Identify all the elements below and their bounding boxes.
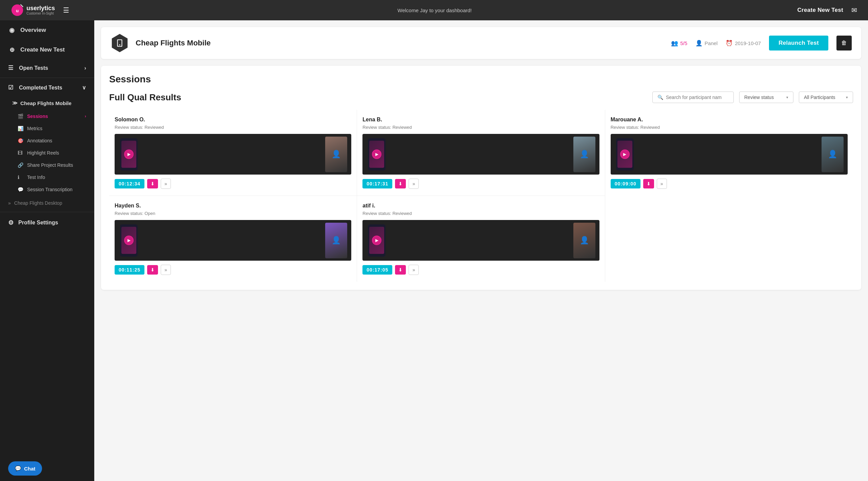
sidebar-item-open-tests[interactable]: ☰ Open Tests › [0,60,94,76]
project-title: Cheap Flights Mobile [136,39,211,47]
session-card: Lena B. Review status: Reviewed ▶ 👤 00:1… [357,110,605,196]
svg-point-5 [119,44,120,45]
all-participants-dropdown[interactable]: All Participants ▾ [799,92,853,103]
arrow-right-icon: › [85,114,86,119]
review-status: Review status: Reviewed [362,211,599,216]
session-card: Solomon O. Review status: Reviewed ▶ 👤 0… [109,110,357,196]
face-image: 👤 [573,137,595,172]
sidebar-sub-item-share[interactable]: 🔗 Share Project Results [7,159,94,171]
play-button[interactable]: ▶ [372,236,381,245]
relaunch-button[interactable]: Relaunch Test [769,36,828,51]
session-duration: 00:11:25 [115,265,144,275]
session-duration: 00:09:00 [611,179,640,188]
sidebar-item-overview[interactable]: ◉ Overview [0,20,94,40]
participants-meta: 👥 5/5 [671,40,687,47]
play-button[interactable]: ▶ [124,236,134,245]
session-duration: 00:12:34 [115,179,144,188]
share-icon: 🔗 [18,162,24,168]
session-thumbnail[interactable]: ▶ 👤 [362,134,599,175]
topbar-left: u userlytics Customer In-Sight ☰ [11,4,72,17]
expand-icon: ≫ [12,100,18,106]
metrics-icon: 📊 [18,126,24,131]
check-icon: ☑ [8,84,16,91]
next-button[interactable]: » [161,265,171,275]
test-info-label: Test Info [27,175,45,180]
session-thumbnail[interactable]: ▶ 👤 [115,220,351,261]
delete-button[interactable]: 🗑 [836,36,852,51]
phone-content: ▶ [369,141,384,168]
hamburger-button[interactable]: ☰ [60,5,72,16]
session-actions: 00:11:25 ⬇ » [115,265,351,275]
play-button[interactable]: ▶ [620,149,630,159]
topbar-create-button[interactable]: Create New Test [797,7,843,14]
phone-content: ▶ [369,227,384,254]
participant-face: 👤 [325,137,347,172]
collapse-icon: » [8,200,11,206]
sidebar-completed-label: Completed Tests [19,85,62,91]
chat-button[interactable]: 💬 Chat [8,461,42,476]
sidebar-cheap-flights-mobile[interactable]: ≫ Cheap Flights Mobile [7,96,94,110]
face-image: 👤 [325,223,347,258]
session-thumbnail[interactable]: ▶ 👤 [362,220,599,261]
sidebar-item-create[interactable]: ⊕ Create New Test [0,40,94,60]
download-button[interactable]: ⬇ [147,265,158,275]
topbar-mail-button[interactable]: ✉ [851,6,857,14]
sidebar-sub-item-sessions[interactable]: 🎬 Sessions › [7,110,94,122]
sidebar-sub-item-annotations[interactable]: 🎯 Annotations [7,135,94,147]
logo: u userlytics Customer In-Sight [11,4,55,17]
session-thumbnail[interactable]: ▶ 👤 [611,134,848,175]
camera-icon: 🎬 [18,114,24,119]
transcription-icon: 💬 [18,187,24,192]
sidebar-sub-item-highlight-reels[interactable]: 🎞 Highlight Reels [7,147,94,159]
sidebar-sub-item-metrics[interactable]: 📊 Metrics [7,122,94,135]
download-button[interactable]: ⬇ [643,179,654,188]
search-input[interactable] [666,95,729,100]
play-button[interactable]: ▶ [372,149,381,159]
sidebar-item-profile-settings[interactable]: ⚙ Profile Settings [0,214,94,232]
next-button[interactable]: » [409,265,419,275]
sidebar-sub-item-transcription[interactable]: 💬 Session Transcription [7,183,94,196]
sidebar-overview-label: Overview [20,27,46,34]
sidebar-open-tests-label: Open Tests [19,65,48,71]
gear-icon: ⚙ [8,219,14,226]
annotations-label: Annotations [27,138,52,143]
sidebar-sub-item-test-info[interactable]: ℹ Test Info [7,171,94,183]
sidebar-cheap-flights-desktop[interactable]: » Cheap Flights Desktop [0,196,94,211]
next-button[interactable]: » [409,179,419,189]
list-icon: ☰ [8,64,16,72]
project-icon [111,34,129,52]
play-button[interactable]: ▶ [124,149,134,159]
session-actions: 00:12:34 ⬇ » [115,179,351,189]
face-image: 👤 [822,137,844,172]
review-status: Review status: Reviewed [611,125,848,130]
project-date: 2019-10-07 [735,40,761,46]
sidebar-sub-cheap-flights-mobile: ≫ Cheap Flights Mobile 🎬 Sessions › 📊 Me… [0,96,94,196]
panel-meta: 👤 Panel [695,40,717,47]
highlight-reels-icon: 🎞 [18,150,24,156]
download-button[interactable]: ⬇ [395,265,406,275]
review-status-dropdown[interactable]: Review status ▾ [739,92,793,103]
session-thumbnail[interactable]: ▶ 👤 [115,134,351,175]
session-grid: Solomon O. Review status: Reviewed ▶ 👤 0… [109,110,853,282]
info-icon: ℹ [18,175,24,180]
session-card: Hayden S. Review status: Open ▶ 👤 00:11:… [109,196,357,282]
download-button[interactable]: ⬇ [395,179,406,188]
date-meta: ⏰ 2019-10-07 [726,40,761,47]
chat-label: Chat [24,466,35,472]
sidebar-bottom: 💬 Chat [0,456,94,481]
face-image: 👤 [573,223,595,258]
search-box[interactable]: 🔍 [652,92,734,103]
welcome-text: Welcome Jay to your dashboard! [397,7,472,13]
sidebar-item-completed-tests[interactable]: ☑ Completed Tests ∨ [0,79,94,96]
download-button[interactable]: ⬇ [147,179,158,188]
all-participants-label: All Participants [804,95,835,100]
next-button[interactable]: » [657,179,667,189]
logo-name: userlytics [26,5,55,12]
session-card: atif i. Review status: Reviewed ▶ 👤 00:1… [357,196,605,282]
phone-content: ▶ [121,141,136,168]
phone-screen-left: ▶ [120,138,138,171]
logo-tagline: Customer In-Sight [26,12,55,15]
next-button[interactable]: » [161,179,171,189]
participant-face: 👤 [325,223,347,258]
sidebar-create-label: Create New Test [20,46,65,53]
